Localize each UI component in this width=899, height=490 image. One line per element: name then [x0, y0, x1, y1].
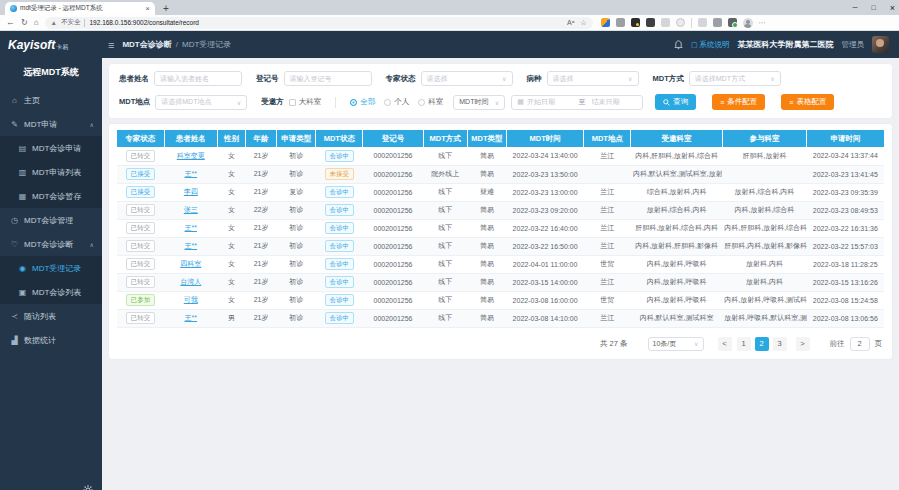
date-range-picker[interactable]: ▦ 开始日期 至 结束日期	[511, 95, 643, 110]
radio-dept[interactable]: 科室	[418, 97, 443, 107]
patient-name-link[interactable]: 王**	[185, 224, 197, 231]
table-row: 已转交王**男21岁初诊会诊中0002001256线下简易2022-03-08 …	[117, 309, 884, 327]
window-maximize-button[interactable]: □	[872, 4, 876, 11]
radio-all[interactable]: 全部	[350, 97, 375, 107]
extension-icon[interactable]	[728, 18, 737, 27]
next-page-button[interactable]: >	[796, 337, 810, 351]
cell-expert_status: 已转交	[117, 219, 164, 237]
patient-name-input[interactable]: 请输入患者姓名	[154, 71, 242, 86]
split-screen-icon[interactable]	[698, 18, 707, 27]
page-button-1[interactable]: 1	[737, 337, 751, 351]
sidebar-item-active[interactable]: ◉MDT受理记录	[0, 256, 102, 280]
more-menu-icon[interactable]: ⋯	[759, 19, 766, 26]
extension-icon[interactable]	[616, 18, 625, 27]
reg-no-input[interactable]: 请输入登记号	[284, 71, 372, 86]
window-close-button[interactable]: ×	[890, 3, 895, 13]
patient-name-link[interactable]: 李四	[184, 188, 198, 195]
system-note-link[interactable]: ▢ 系统说明	[691, 40, 730, 50]
new-tab-button[interactable]: +	[163, 2, 169, 15]
table-config-button[interactable]: ≡ 表格配置	[781, 94, 834, 110]
sidebar-item[interactable]: ▣MDT会诊列表	[0, 280, 102, 304]
extension-icon[interactable]	[661, 18, 670, 27]
sidebar-item[interactable]: ⌂主页	[0, 88, 102, 112]
extension-icon[interactable]	[676, 18, 685, 27]
cell-invited: 内科,放射科,呼吸科	[631, 291, 722, 309]
tab-close-icon[interactable]: ×	[145, 5, 150, 13]
cell-mdt_mode: 院外线上	[423, 165, 467, 183]
browser-tab[interactable]: mdt受理记录 - 远程MDT系统 ×	[5, 2, 155, 15]
divider	[335, 97, 336, 108]
sidebar-item[interactable]: ▦MDT会诊暂存	[0, 184, 102, 208]
settings-gear-icon[interactable]	[83, 485, 93, 490]
cell-age: 21岁	[245, 147, 276, 165]
cell-mdt_mode: 线下	[423, 183, 467, 201]
sidebar-item[interactable]: ✎MDT申请∧	[0, 112, 102, 136]
patient-name-link[interactable]: 台湾人	[180, 278, 201, 285]
sidebar-item[interactable]: ▥MDT申请列表	[0, 160, 102, 184]
favorite-star-icon[interactable]: ☆	[580, 19, 586, 27]
cell-apply_time: 2022-03-23 13:41:45	[807, 165, 884, 183]
page-button-2[interactable]: 2	[755, 337, 769, 351]
collections-icon[interactable]	[713, 18, 722, 27]
sidebar-item[interactable]: ▤MDT会诊申请	[0, 136, 102, 160]
cell-apply_type: 初诊	[277, 273, 316, 291]
browser-profile-avatar[interactable]	[743, 18, 753, 28]
cell-mdt_type: 简易	[467, 219, 506, 237]
cell-reg_no: 0002001256	[363, 183, 423, 201]
sidebar-item[interactable]: ≺随访列表	[0, 304, 102, 328]
sidebar-item[interactable]: ▟数据统计	[0, 328, 102, 352]
reload-icon[interactable]: ↻	[21, 19, 28, 27]
mdt-place-select[interactable]: 请选择MDT地点∨	[155, 95, 247, 110]
user-avatar[interactable]	[872, 36, 889, 53]
cell-apply_time: 2022-03-24 13:37:44	[807, 147, 884, 165]
cell-invited: 内科,肝胆科,放射科,综合科	[631, 147, 722, 165]
menu-icon: ▦	[18, 192, 27, 201]
radio-personal[interactable]: 个人	[384, 97, 409, 107]
address-bar[interactable]: ▲ 不安全 192.168.0.156:9002/consultate/reco…	[45, 17, 593, 29]
logo: Kayisoft 卡易	[0, 38, 102, 52]
menu-collapse-icon[interactable]: ≡	[108, 39, 114, 51]
sidebar-item[interactable]: ♡MDT会诊诊断∧	[0, 232, 102, 256]
field-label: 受邀方	[261, 97, 284, 107]
read-aloud-icon[interactable]: Aᵃ	[567, 19, 574, 26]
cell-gender: 女	[217, 183, 245, 201]
status-badge: 会诊中	[325, 294, 355, 306]
mdt-mode-select[interactable]: 请选择MDT方式∨	[689, 71, 781, 86]
window-minimize-button[interactable]: ─	[853, 4, 858, 11]
home-icon[interactable]: ⌂	[34, 19, 39, 27]
chevron-down-icon: ∨	[694, 340, 698, 347]
cell-name: 张三	[164, 201, 217, 219]
disease-select[interactable]: 请选择∨	[547, 71, 639, 86]
bell-icon[interactable]	[674, 40, 683, 50]
field-expert-status: 专家状态 请选择∨	[386, 71, 513, 86]
cell-apply_time: 2022-03-18 11:28:25	[807, 255, 884, 273]
expert-status-select[interactable]: 请选择∨	[421, 71, 513, 86]
extension-icon[interactable]	[646, 18, 655, 27]
back-icon[interactable]: ←	[6, 18, 15, 27]
goto-page-input[interactable]: 2	[850, 337, 870, 351]
field-label: MDT地点	[119, 97, 150, 107]
patient-name-link[interactable]: 王**	[185, 242, 197, 249]
table-row: 已接受王**女21岁初诊未接受0002001256院外线上简易2022-03-2…	[117, 165, 884, 183]
cell-mdt_status: 会诊中	[316, 201, 363, 219]
page-button-3[interactable]: 3	[773, 337, 787, 351]
sidebar-item-label: 数据统计	[24, 335, 56, 346]
big-dept-checkbox[interactable]: 大科室	[289, 97, 322, 107]
extension-icon[interactable]	[601, 18, 610, 27]
condition-config-button[interactable]: ≡ 条件配置	[712, 94, 765, 110]
time-field-select[interactable]: MDT时间∨	[453, 95, 505, 110]
search-button[interactable]: 查询	[655, 94, 696, 110]
patient-name-link[interactable]: 张三	[184, 206, 198, 213]
patient-name-link[interactable]: 王**	[185, 314, 197, 321]
cell-joined: 内科,放射科,综合科	[722, 201, 806, 219]
cell-mdt_place: 世贸	[584, 255, 631, 273]
sidebar-item[interactable]: ◷MDT会诊管理	[0, 208, 102, 232]
extension-icon[interactable]	[631, 18, 640, 27]
cell-age: 21岁	[245, 219, 276, 237]
patient-name-link[interactable]: 王**	[185, 170, 197, 177]
patient-name-link[interactable]: 四科室	[180, 260, 201, 267]
patient-name-link[interactable]: 可我	[184, 296, 198, 303]
prev-page-button[interactable]: <	[718, 337, 732, 351]
page-size-select[interactable]: 10条/页 ∨	[648, 337, 704, 351]
patient-name-link[interactable]: 科室变更	[177, 152, 205, 159]
